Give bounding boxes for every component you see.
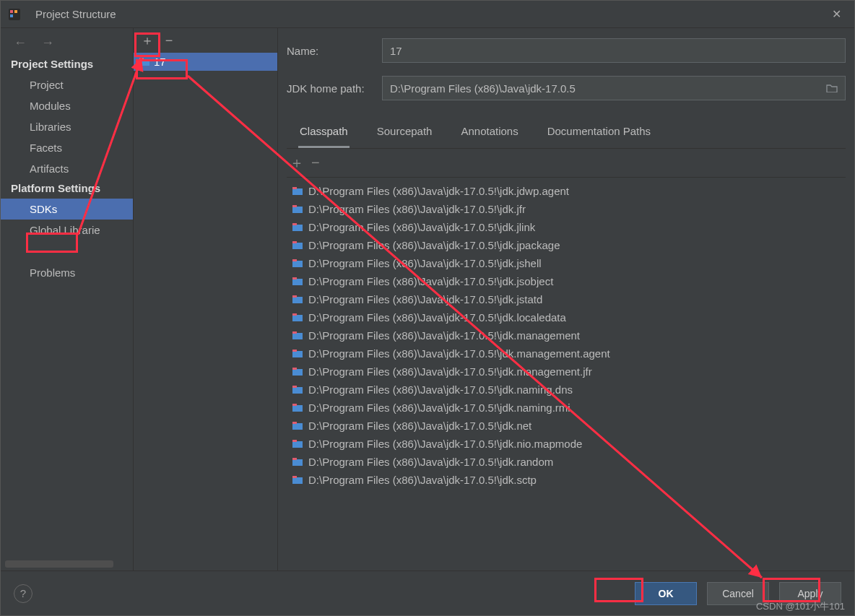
svg-rect-34 <box>292 441 303 448</box>
add-classpath-button[interactable]: ＋ <box>290 153 304 173</box>
tab-documentation-paths[interactable]: Documentation Paths <box>546 121 652 148</box>
classpath-row[interactable]: D:\Program Files (x86)\Java\jdk-17.0.5!\… <box>287 290 846 308</box>
classpath-path: D:\Program Files (x86)\Java\jdk-17.0.5!\… <box>308 402 570 414</box>
back-icon[interactable]: ← <box>14 35 27 51</box>
classpath-row[interactable]: D:\Program Files (x86)\Java\jdk-17.0.5!\… <box>287 254 846 272</box>
remove-classpath-button[interactable]: − <box>311 155 320 171</box>
folder-icon <box>292 440 303 448</box>
sidebar-nav: ← → <box>1 28 133 55</box>
window-title: Project Structure <box>31 8 825 20</box>
folder-icon <box>292 350 303 357</box>
classpath-row[interactable]: D:\Program Files (x86)\Java\jdk-17.0.5!\… <box>287 435 846 453</box>
classpath-row[interactable]: D:\Program Files (x86)\Java\jdk-17.0.5!\… <box>287 363 846 381</box>
svg-rect-23 <box>292 331 297 334</box>
detail-panel: Name: 17 JDK home path: D:\Program Files… <box>278 28 854 571</box>
sdk-list-column: ＋ − 17 <box>134 28 278 571</box>
svg-rect-37 <box>292 458 297 460</box>
sidebar-item-sdks[interactable]: SDKs <box>1 199 133 220</box>
sidebar-item-modules[interactable]: Modules <box>1 95 133 116</box>
classpath-path: D:\Program Files (x86)\Java\jdk-17.0.5!\… <box>308 329 580 342</box>
svg-rect-12 <box>292 243 303 249</box>
folder-icon <box>292 187 303 195</box>
classpath-path: D:\Program Files (x86)\Java\jdk-17.0.5!\… <box>308 383 573 396</box>
sidebar-item-facets[interactable]: Facets <box>1 137 133 158</box>
classpath-row[interactable]: D:\Program Files (x86)\Java\jdk-17.0.5!\… <box>287 399 846 417</box>
svg-rect-36 <box>292 459 303 466</box>
classpath-list[interactable]: D:\Program Files (x86)\Java\jdk-17.0.5!\… <box>287 178 846 571</box>
browse-icon[interactable] <box>826 82 838 95</box>
classpath-row[interactable]: D:\Program Files (x86)\Java\jdk-17.0.5!\… <box>287 236 846 254</box>
name-field[interactable]: 17 <box>382 38 846 63</box>
classpath-path: D:\Program Files (x86)\Java\jdk-17.0.5!\… <box>308 221 535 233</box>
sidebar-item-project[interactable]: Project <box>1 74 133 95</box>
folder-icon <box>292 386 303 394</box>
svg-rect-14 <box>292 261 303 267</box>
tab-annotations[interactable]: Annotations <box>459 121 519 148</box>
svg-rect-29 <box>292 386 297 388</box>
classpath-path: D:\Program Files (x86)\Java\jdk-17.0.5!\… <box>308 438 582 450</box>
folder-icon <box>292 331 303 339</box>
sidebar-item-artifacts[interactable]: Artifacts <box>1 158 133 179</box>
svg-rect-2 <box>10 14 13 17</box>
classpath-row[interactable]: D:\Program Files (x86)\Java\jdk-17.0.5!\… <box>287 417 846 435</box>
classpath-row[interactable]: D:\Program Files (x86)\Java\jdk-17.0.5!\… <box>287 218 846 236</box>
classpath-row[interactable]: D:\Program Files (x86)\Java\jdk-17.0.5!\… <box>287 272 846 290</box>
svg-rect-32 <box>292 423 303 430</box>
sidebar-item-problems[interactable]: Problems <box>1 262 133 283</box>
classpath-row[interactable]: D:\Program Files (x86)\Java\jdk-17.0.5!\… <box>287 344 846 363</box>
folder-icon <box>292 458 303 466</box>
svg-rect-13 <box>292 241 297 243</box>
remove-sdk-button[interactable]: − <box>161 32 177 48</box>
folder-icon <box>292 422 303 430</box>
classpath-row[interactable]: D:\Program Files (x86)\Java\jdk-17.0.5!\… <box>287 182 846 200</box>
name-value: 17 <box>390 45 402 57</box>
classpath-path: D:\Program Files (x86)\Java\jdk-17.0.5!\… <box>308 203 526 215</box>
classpath-row[interactable]: D:\Program Files (x86)\Java\jdk-17.0.5!\… <box>287 381 846 399</box>
sidebar: ← → Project Settings ProjectModulesLibra… <box>1 28 134 571</box>
sidebar-item-global-librarie[interactable]: Global Librarie <box>1 220 133 240</box>
svg-rect-33 <box>292 422 297 424</box>
forward-icon[interactable]: → <box>41 35 54 51</box>
main-area: ← → Project Settings ProjectModulesLibra… <box>1 28 854 571</box>
sidebar-scrollbar[interactable] <box>5 560 113 568</box>
jdk-home-path-field[interactable]: D:\Program Files (x86)\Java\jdk-17.0.5 <box>382 76 846 100</box>
classpath-row[interactable]: D:\Program Files (x86)\Java\jdk-17.0.5!\… <box>287 471 846 489</box>
sidebar-heading-project: Project Settings <box>1 55 133 74</box>
name-row: Name: 17 <box>287 38 846 63</box>
svg-rect-18 <box>292 297 303 303</box>
close-icon[interactable]: ✕ <box>825 7 847 21</box>
svg-rect-6 <box>292 188 303 195</box>
sdk-item-17[interactable]: 17 <box>134 53 277 71</box>
add-sdk-button[interactable]: ＋ <box>139 32 155 48</box>
svg-rect-20 <box>292 315 303 321</box>
folder-icon <box>292 404 303 412</box>
svg-rect-1 <box>10 10 13 13</box>
sidebar-heading-platform: Platform Settings <box>1 179 133 199</box>
sdk-item-label: 17 <box>154 56 166 68</box>
ok-button[interactable]: OK <box>635 582 697 605</box>
tab-sourcepath[interactable]: Sourcepath <box>376 121 434 148</box>
classpath-row[interactable]: D:\Program Files (x86)\Java\jdk-17.0.5!\… <box>287 200 846 218</box>
svg-rect-15 <box>292 259 297 261</box>
path-label: JDK home path: <box>287 82 375 95</box>
svg-rect-10 <box>292 225 303 231</box>
svg-rect-8 <box>292 207 303 213</box>
path-row: JDK home path: D:\Program Files (x86)\Ja… <box>287 76 846 100</box>
titlebar: Project Structure ✕ <box>1 1 854 28</box>
sidebar-item-libraries[interactable]: Libraries <box>1 116 133 137</box>
folder-icon <box>292 277 303 285</box>
folder-icon <box>139 58 149 66</box>
folder-icon <box>292 295 303 303</box>
svg-rect-28 <box>292 387 303 394</box>
help-button[interactable]: ? <box>14 584 32 603</box>
tab-classpath[interactable]: Classpath <box>298 121 350 148</box>
classpath-path: D:\Program Files (x86)\Java\jdk-17.0.5!\… <box>308 293 542 305</box>
classpath-row[interactable]: D:\Program Files (x86)\Java\jdk-17.0.5!\… <box>287 326 846 344</box>
classpath-path: D:\Program Files (x86)\Java\jdk-17.0.5!\… <box>308 311 566 324</box>
svg-rect-17 <box>292 277 297 279</box>
svg-rect-21 <box>292 313 297 316</box>
classpath-row[interactable]: D:\Program Files (x86)\Java\jdk-17.0.5!\… <box>287 308 846 326</box>
classpath-row[interactable]: D:\Program Files (x86)\Java\jdk-17.0.5!\… <box>287 453 846 471</box>
classpath-path: D:\Program Files (x86)\Java\jdk-17.0.5!\… <box>308 365 592 378</box>
svg-rect-25 <box>292 350 297 352</box>
